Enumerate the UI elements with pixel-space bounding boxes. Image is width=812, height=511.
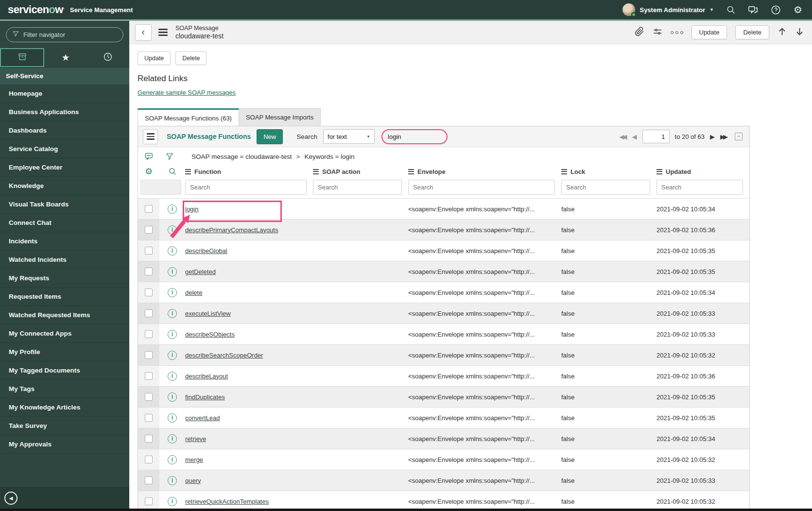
- column-header-function[interactable]: Function: [185, 168, 313, 175]
- info-icon[interactable]: i: [168, 351, 177, 360]
- global-search-icon[interactable]: [726, 4, 736, 15]
- info-icon[interactable]: i: [168, 330, 177, 339]
- sidebar-item-employee-center[interactable]: Employee Center: [0, 158, 129, 177]
- function-link[interactable]: describeLayout: [185, 373, 228, 380]
- function-link[interactable]: query: [185, 477, 201, 484]
- function-link[interactable]: merge: [185, 456, 203, 463]
- row-checkbox[interactable]: [145, 456, 153, 463]
- function-link[interactable]: findDuplicates: [185, 393, 225, 401]
- more-options-icon[interactable]: [671, 31, 683, 34]
- column-menu-icon[interactable]: [561, 169, 567, 174]
- row-checkbox[interactable]: [145, 351, 153, 359]
- collapse-sidebar-icon[interactable]: ◀: [4, 492, 17, 505]
- column-header-lock[interactable]: Lock: [561, 168, 657, 175]
- column-search-input-lock[interactable]: [561, 180, 650, 195]
- connect-chat-icon[interactable]: [748, 4, 759, 15]
- breadcrumb-keywords[interactable]: Keywords = login: [304, 153, 354, 160]
- list-chat-icon[interactable]: [144, 152, 155, 161]
- column-search-input-soap-action[interactable]: [313, 180, 402, 195]
- column-menu-icon[interactable]: [185, 169, 191, 174]
- list-search-input[interactable]: [383, 131, 446, 143]
- function-link[interactable]: executeListView: [185, 310, 231, 317]
- sidebar-item-my-tags[interactable]: My Tags: [0, 380, 129, 398]
- attachment-paperclip-icon[interactable]: [635, 27, 644, 38]
- row-checkbox[interactable]: [145, 226, 153, 234]
- update-button[interactable]: Update: [138, 51, 171, 65]
- filter-navigator-input[interactable]: [23, 31, 117, 38]
- function-link[interactable]: retrieve: [185, 435, 206, 443]
- row-checkbox[interactable]: [145, 414, 153, 422]
- sidebar-item-visual-task-boards[interactable]: Visual Task Boards: [0, 195, 129, 214]
- row-checkbox[interactable]: [145, 330, 153, 338]
- sidebar-item-my-profile[interactable]: My Profile: [0, 343, 129, 361]
- column-search-input-updated[interactable]: [657, 180, 743, 195]
- row-checkbox[interactable]: [145, 268, 153, 275]
- column-menu-icon[interactable]: [657, 169, 662, 174]
- function-link[interactable]: describeSearchScopeOrder: [185, 352, 263, 359]
- page-start-input[interactable]: [642, 130, 670, 143]
- row-checkbox[interactable]: [145, 289, 153, 296]
- tab-soap-message-imports[interactable]: SOAP Message Imports: [239, 108, 321, 126]
- sidebar-item-watched-requested-items[interactable]: Watched Requested Items: [0, 306, 129, 324]
- column-header-updated[interactable]: Updated: [657, 168, 749, 175]
- delete-button[interactable]: Delete: [175, 51, 207, 65]
- sidebar-item-dashboards[interactable]: Dashboards: [0, 121, 129, 140]
- column-menu-icon[interactable]: [408, 169, 414, 174]
- info-icon[interactable]: i: [168, 392, 177, 402]
- info-icon[interactable]: i: [168, 225, 177, 235]
- tab-all-applications[interactable]: [0, 48, 44, 67]
- sidebar-item-knowledge[interactable]: Knowledge: [0, 177, 129, 195]
- info-icon[interactable]: i: [168, 204, 177, 214]
- sidebar-item-requested-items[interactable]: Requested Items: [0, 288, 129, 306]
- generate-sample-soap-messages-link[interactable]: Generate sample SOAP messages: [138, 89, 236, 96]
- function-link[interactable]: describePrimaryCompactLayouts: [185, 226, 278, 234]
- row-checkbox[interactable]: [145, 247, 153, 255]
- previous-record-arrow-icon[interactable]: [777, 27, 787, 38]
- help-icon[interactable]: [770, 4, 781, 15]
- row-checkbox[interactable]: [145, 205, 153, 213]
- column-search-toggle-icon[interactable]: [159, 167, 185, 176]
- next-page-icon[interactable]: ▶: [710, 133, 715, 140]
- sidebar-item-homepage[interactable]: Homepage: [0, 85, 129, 103]
- sidebar-item-incidents[interactable]: Incidents: [0, 232, 129, 251]
- collapse-list-icon[interactable]: −: [735, 133, 743, 140]
- new-button[interactable]: New: [257, 129, 283, 144]
- back-button[interactable]: [135, 24, 152, 41]
- function-link[interactable]: retrieveQuickActionTemplates: [185, 498, 269, 505]
- column-search-input-envelope[interactable]: [408, 180, 555, 195]
- user-menu[interactable]: System Administrator ▼: [622, 3, 714, 16]
- info-icon[interactable]: i: [168, 372, 177, 381]
- sidebar-item-take-survey[interactable]: Take Survey: [0, 417, 129, 435]
- last-page-icon[interactable]: ▶▶: [720, 133, 726, 140]
- sidebar-item-my-knowledge-articles[interactable]: My Knowledge Articles: [0, 398, 129, 417]
- info-icon[interactable]: i: [168, 288, 177, 297]
- function-link[interactable]: login: [185, 205, 198, 213]
- delete-button-header[interactable]: Delete: [735, 25, 769, 39]
- row-checkbox[interactable]: [145, 497, 153, 505]
- info-icon[interactable]: i: [168, 267, 177, 276]
- next-record-arrow-icon[interactable]: [795, 27, 804, 38]
- function-link[interactable]: describeGlobal: [185, 247, 227, 255]
- info-icon[interactable]: i: [168, 413, 177, 423]
- function-link[interactable]: getDeleted: [185, 268, 216, 275]
- sidebar-item-business-applications[interactable]: Business Applications: [0, 103, 129, 121]
- info-icon[interactable]: i: [168, 476, 177, 485]
- previous-page-icon[interactable]: ◀: [632, 133, 637, 140]
- tab-soap-message-functions[interactable]: SOAP Message Functions (63): [138, 108, 239, 126]
- sidebar-item-watched-incidents[interactable]: Watched Incidents: [0, 251, 129, 269]
- filter-navigator[interactable]: [6, 27, 123, 42]
- sidebar-item-my-requests[interactable]: My Requests: [0, 269, 129, 288]
- column-menu-icon[interactable]: [313, 169, 319, 174]
- sidebar-item-service-catalog[interactable]: Service Catalog: [0, 140, 129, 158]
- sidebar-item-my-connected-apps[interactable]: My Connected Apps: [0, 324, 129, 343]
- settings-gear-icon[interactable]: ⚙: [793, 4, 803, 15]
- tab-favorites[interactable]: ★: [44, 48, 86, 67]
- list-filter-funnel-icon[interactable]: [165, 152, 174, 161]
- personalize-form-icon[interactable]: [653, 27, 662, 38]
- breadcrumb-soap-message[interactable]: SOAP message = cloudaware-test: [191, 153, 292, 160]
- row-checkbox[interactable]: [145, 393, 153, 401]
- list-context-menu-icon[interactable]: [143, 129, 158, 144]
- row-checkbox[interactable]: [145, 435, 153, 443]
- info-icon[interactable]: i: [168, 309, 177, 318]
- column-header-soap-action[interactable]: SOAP action: [313, 168, 408, 175]
